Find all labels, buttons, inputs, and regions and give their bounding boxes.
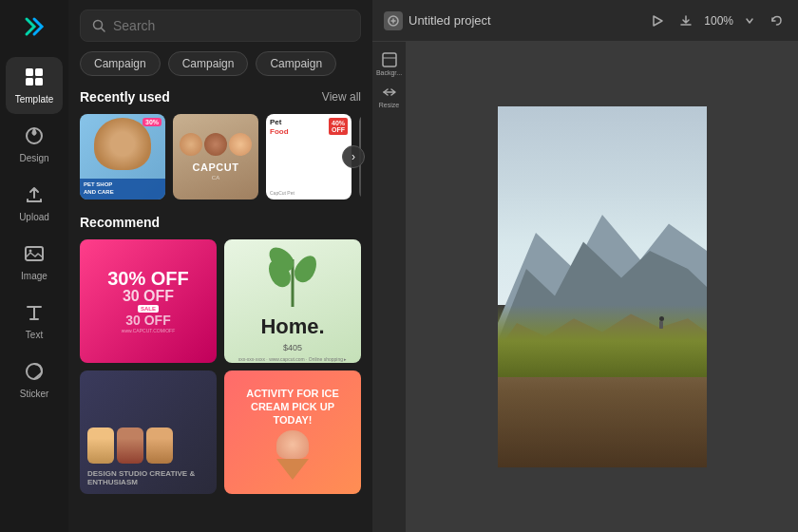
resize-icon	[382, 85, 397, 100]
upload-icon	[24, 184, 45, 208]
recently-used-title: Recently used	[80, 89, 170, 104]
zoom-dropdown-button[interactable]	[741, 12, 758, 29]
svg-rect-0	[26, 68, 33, 76]
sidebar-item-image[interactable]: Image	[6, 234, 63, 291]
sticker-icon	[24, 361, 45, 385]
canvas-panel: Untitled project 100%	[372, 0, 798, 532]
sidebar-template-label: Template	[15, 94, 54, 104]
30off-url: www.CAPCUT.COM/OFF	[122, 328, 175, 333]
sidebar-design-label: Design	[19, 153, 48, 163]
design-icon	[24, 125, 45, 149]
plant-decoration	[264, 240, 321, 307]
canvas-background[interactable]	[407, 42, 798, 532]
home-sub: xxx-xxx-xxxx · www.capcut.com · Online s…	[238, 356, 348, 362]
chevron-down-icon	[745, 16, 754, 26]
pet-card-title: PET SHOPAND CARE	[80, 179, 165, 200]
canvas-content	[498, 106, 707, 467]
studio-people	[87, 428, 209, 464]
zoom-level: 100%	[704, 14, 733, 28]
svg-rect-2	[26, 78, 33, 86]
svg-rect-3	[35, 78, 43, 86]
search-icon	[92, 19, 105, 32]
recommend-card-icecream[interactable]: ACTIVITY FOR ICE CREAM PICK UP TODAY!	[224, 370, 361, 494]
sidebar-item-template[interactable]: Template	[6, 57, 63, 114]
recommend-card-30off[interactable]: 30% OFF 30 OFF SALE 30 OFF www.CAPCUT.CO…	[80, 239, 217, 363]
studio-face-3	[146, 428, 173, 464]
app-logo[interactable]	[17, 10, 51, 44]
recommend-title: Recommend	[80, 215, 361, 230]
icecream-decoration	[274, 430, 312, 478]
recommend-card-home[interactable]: Home. $405 xxx-xxx-xxxx · www.capcut.com…	[224, 239, 361, 363]
recommend-grid: 30% OFF 30 OFF SALE 30 OFF www.CAPCUT.CO…	[80, 239, 361, 494]
view-all-button[interactable]: View all	[322, 90, 361, 104]
person-figure	[657, 316, 665, 331]
studio-card-title: DESIGN STUDIO CREATIVE & ENTHUSIASM	[87, 469, 209, 486]
sidebar-item-sticker[interactable]: Sticker	[6, 352, 63, 408]
project-title: Untitled project	[408, 13, 491, 28]
sidebar-item-design[interactable]: Design	[6, 116, 63, 173]
home-card-content: Home. $405 xxx-xxx-xxxx · www.capcut.com…	[238, 239, 348, 363]
background-tool-label: Backgr...	[376, 69, 402, 76]
sidebar-item-upload[interactable]: Upload	[6, 175, 63, 232]
resize-tool-button[interactable]: Resize	[375, 82, 404, 110]
svg-rect-5	[26, 247, 43, 260]
play-icon	[651, 14, 664, 28]
project-icon	[384, 11, 403, 30]
template-scroll-area: Recently used View all PET SHOPAND CARE …	[68, 86, 372, 532]
search-bar[interactable]	[80, 10, 361, 42]
30off-text-2: 30 OFF	[123, 289, 174, 304]
export-icon	[679, 14, 693, 28]
undo-button[interactable]	[766, 10, 787, 31]
canvas-controls: 100%	[647, 10, 787, 31]
template-panel: Campaign Campaign Campaign Recently used…	[68, 0, 372, 532]
svg-rect-1	[35, 68, 43, 76]
svg-rect-10	[383, 53, 396, 66]
svg-point-6	[29, 250, 32, 253]
30off-row-3: SALE	[138, 305, 159, 313]
sidebar: Template Design Upload Image	[0, 0, 68, 532]
carousel-next-button[interactable]: ›	[342, 145, 365, 168]
recent-card-capcut[interactable]: CAPCUT CA	[173, 114, 258, 200]
home-price: $405	[283, 343, 302, 352]
filter-tag-2[interactable]: Campaign	[256, 51, 336, 76]
home-card-title: Home.	[260, 314, 324, 339]
filter-tags-row: Campaign Campaign Campaign	[68, 51, 372, 86]
sidebar-image-label: Image	[21, 271, 48, 281]
sale-badge: SALE	[138, 305, 159, 313]
sidebar-item-text[interactable]: Text	[6, 293, 63, 350]
bushes-layer	[498, 305, 707, 377]
30off-text-3: 30 OFF	[125, 314, 170, 327]
template-icon	[24, 66, 45, 90]
capcut-card-sub: CA	[212, 175, 219, 180]
30off-text-1: 30% OFF	[107, 269, 189, 288]
icecream-card-title: ACTIVITY FOR ICE CREAM PICK UP TODAY!	[232, 387, 353, 428]
capcut-card-inner: CAPCUT CA	[173, 114, 258, 200]
pet-image	[94, 118, 151, 170]
filter-tag-1[interactable]: Campaign	[168, 51, 249, 76]
studio-face-2	[117, 428, 143, 464]
resize-tool-label: Resize	[379, 102, 399, 108]
canvas-area-wrapper: Backgr... Resize	[372, 42, 798, 532]
pet-discount-badge: 30%	[142, 118, 162, 126]
sidebar-sticker-label: Sticker	[20, 389, 49, 399]
image-icon	[24, 243, 45, 267]
text-icon	[24, 302, 45, 326]
recommend-card-studio[interactable]: DESIGN STUDIO CREATIVE & ENTHUSIASM	[80, 370, 217, 494]
export-button[interactable]	[675, 10, 696, 31]
sidebar-text-label: Text	[26, 330, 43, 340]
search-input[interactable]	[113, 18, 349, 33]
background-icon	[382, 52, 397, 67]
capcut-card-title: CAPCUT	[193, 162, 239, 173]
background-tool-button[interactable]: Backgr...	[375, 49, 404, 78]
project-name-area: Untitled project	[384, 11, 491, 30]
filter-tag-0[interactable]: Campaign	[80, 51, 161, 76]
play-button[interactable]	[647, 10, 668, 31]
undo-icon	[770, 14, 783, 28]
recently-used-header: Recently used View all	[80, 89, 361, 104]
recent-card-pet-food[interactable]: PetFood 40%OFF CapCut Pet	[266, 114, 352, 200]
recent-card-pet-shop[interactable]: PET SHOPAND CARE 30%	[80, 114, 165, 200]
food-card-inner: PetFood 40%OFF CapCut Pet	[266, 114, 352, 200]
canvas-header: Untitled project 100%	[372, 0, 798, 42]
canvas-toolbar: Backgr... Resize	[372, 42, 407, 532]
food-discount-badge: 40%OFF	[329, 118, 348, 135]
